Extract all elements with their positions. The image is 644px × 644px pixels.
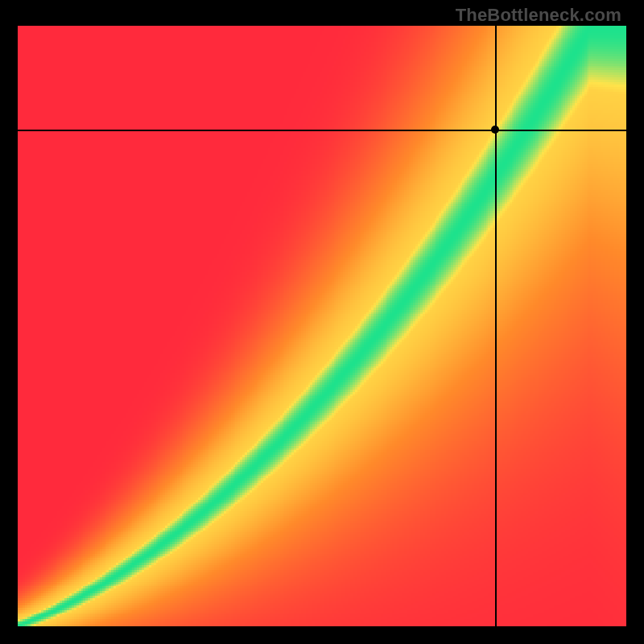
watermark-text: TheBottleneck.com — [456, 5, 621, 26]
heatmap-canvas — [18, 26, 626, 626]
heatmap-plot — [18, 26, 626, 626]
crosshair-marker-dot — [491, 126, 499, 134]
crosshair-vertical — [495, 26, 497, 626]
crosshair-horizontal — [18, 130, 626, 131]
chart-frame: TheBottleneck.com — [0, 0, 644, 644]
